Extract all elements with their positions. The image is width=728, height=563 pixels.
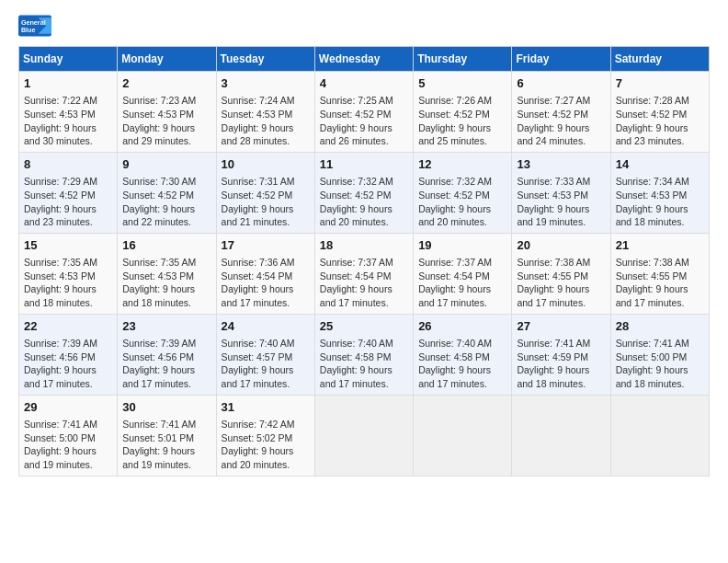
day-number: 25 <box>320 318 408 335</box>
calendar-day: 31Sunrise: 7:42 AM Sunset: 5:02 PM Dayli… <box>216 395 314 476</box>
day-header-sunday: Sunday <box>19 47 118 72</box>
day-info: Sunrise: 7:38 AM Sunset: 4:55 PM Dayligh… <box>616 256 704 310</box>
day-number: 21 <box>616 237 704 254</box>
day-number: 15 <box>24 237 112 254</box>
day-number: 7 <box>616 75 704 92</box>
day-info: Sunrise: 7:40 AM Sunset: 4:58 PM Dayligh… <box>418 337 506 391</box>
calendar-week-3: 15Sunrise: 7:35 AM Sunset: 4:53 PM Dayli… <box>19 233 710 314</box>
day-number: 5 <box>418 75 506 92</box>
day-info: Sunrise: 7:22 AM Sunset: 4:53 PM Dayligh… <box>24 94 112 148</box>
day-info: Sunrise: 7:23 AM Sunset: 4:53 PM Dayligh… <box>122 94 210 148</box>
calendar-day: 13Sunrise: 7:33 AM Sunset: 4:53 PM Dayli… <box>512 152 610 233</box>
day-info: Sunrise: 7:41 AM Sunset: 5:00 PM Dayligh… <box>616 337 704 391</box>
day-number: 28 <box>616 318 704 335</box>
day-header-tuesday: Tuesday <box>216 47 314 72</box>
calendar-week-1: 1Sunrise: 7:22 AM Sunset: 4:53 PM Daylig… <box>19 72 710 153</box>
day-number: 19 <box>418 237 506 254</box>
calendar-day: 25Sunrise: 7:40 AM Sunset: 4:58 PM Dayli… <box>314 314 413 395</box>
calendar-day: 17Sunrise: 7:36 AM Sunset: 4:54 PM Dayli… <box>216 233 314 314</box>
day-info: Sunrise: 7:41 AM Sunset: 5:01 PM Dayligh… <box>122 418 210 472</box>
calendar-day: 3Sunrise: 7:24 AM Sunset: 4:53 PM Daylig… <box>216 72 314 153</box>
day-header-friday: Friday <box>512 47 610 72</box>
day-info: Sunrise: 7:37 AM Sunset: 4:54 PM Dayligh… <box>320 256 408 310</box>
day-info: Sunrise: 7:39 AM Sunset: 4:56 PM Dayligh… <box>24 337 112 391</box>
calendar-day: 4Sunrise: 7:25 AM Sunset: 4:52 PM Daylig… <box>314 72 413 153</box>
day-number: 8 <box>24 156 112 173</box>
calendar-day: 11Sunrise: 7:32 AM Sunset: 4:52 PM Dayli… <box>314 152 413 233</box>
day-number: 10 <box>222 156 310 173</box>
day-info: Sunrise: 7:32 AM Sunset: 4:52 PM Dayligh… <box>320 175 408 229</box>
calendar-week-5: 29Sunrise: 7:41 AM Sunset: 5:00 PM Dayli… <box>19 395 710 476</box>
calendar-day: 6Sunrise: 7:27 AM Sunset: 4:52 PM Daylig… <box>512 72 610 153</box>
day-number: 30 <box>122 399 210 416</box>
calendar-day: 15Sunrise: 7:35 AM Sunset: 4:53 PM Dayli… <box>19 233 118 314</box>
calendar-day <box>610 395 709 476</box>
day-number: 14 <box>616 156 704 173</box>
day-info: Sunrise: 7:32 AM Sunset: 4:52 PM Dayligh… <box>418 175 506 229</box>
day-info: Sunrise: 7:35 AM Sunset: 4:53 PM Dayligh… <box>122 256 210 310</box>
calendar-day: 26Sunrise: 7:40 AM Sunset: 4:58 PM Dayli… <box>414 314 512 395</box>
day-number: 2 <box>122 75 210 92</box>
day-header-wednesday: Wednesday <box>314 47 413 72</box>
day-info: Sunrise: 7:41 AM Sunset: 5:00 PM Dayligh… <box>24 418 112 472</box>
day-number: 26 <box>418 318 506 335</box>
calendar-table: SundayMondayTuesdayWednesdayThursdayFrid… <box>18 46 710 477</box>
day-info: Sunrise: 7:40 AM Sunset: 4:57 PM Dayligh… <box>222 337 310 391</box>
day-number: 31 <box>222 399 310 416</box>
day-info: Sunrise: 7:24 AM Sunset: 4:53 PM Dayligh… <box>222 94 310 148</box>
day-number: 17 <box>222 237 310 254</box>
day-info: Sunrise: 7:34 AM Sunset: 4:53 PM Dayligh… <box>616 175 704 229</box>
calendar-day: 12Sunrise: 7:32 AM Sunset: 4:52 PM Dayli… <box>414 152 512 233</box>
day-number: 6 <box>517 75 605 92</box>
svg-text:General: General <box>21 18 46 27</box>
day-header-saturday: Saturday <box>610 47 709 72</box>
calendar-header-row: SundayMondayTuesdayWednesdayThursdayFrid… <box>19 47 710 72</box>
day-header-thursday: Thursday <box>414 47 512 72</box>
day-info: Sunrise: 7:36 AM Sunset: 4:54 PM Dayligh… <box>222 256 310 310</box>
calendar-day: 7Sunrise: 7:28 AM Sunset: 4:52 PM Daylig… <box>610 72 709 153</box>
day-number: 11 <box>320 156 408 173</box>
day-info: Sunrise: 7:25 AM Sunset: 4:52 PM Dayligh… <box>320 94 408 148</box>
calendar-day: 18Sunrise: 7:37 AM Sunset: 4:54 PM Dayli… <box>314 233 413 314</box>
day-number: 16 <box>122 237 210 254</box>
day-info: Sunrise: 7:26 AM Sunset: 4:52 PM Dayligh… <box>418 94 506 148</box>
day-number: 9 <box>122 156 210 173</box>
calendar-day: 5Sunrise: 7:26 AM Sunset: 4:52 PM Daylig… <box>414 72 512 153</box>
day-info: Sunrise: 7:42 AM Sunset: 5:02 PM Dayligh… <box>222 418 310 472</box>
page-header: General Blue <box>18 15 710 39</box>
logo-icon: General Blue <box>18 15 51 37</box>
day-info: Sunrise: 7:30 AM Sunset: 4:52 PM Dayligh… <box>122 175 210 229</box>
day-number: 12 <box>418 156 506 173</box>
day-info: Sunrise: 7:40 AM Sunset: 4:58 PM Dayligh… <box>320 337 408 391</box>
day-info: Sunrise: 7:31 AM Sunset: 4:52 PM Dayligh… <box>222 175 310 229</box>
calendar-day: 30Sunrise: 7:41 AM Sunset: 5:01 PM Dayli… <box>118 395 216 476</box>
day-number: 27 <box>517 318 605 335</box>
calendar-day: 9Sunrise: 7:30 AM Sunset: 4:52 PM Daylig… <box>118 152 216 233</box>
day-number: 4 <box>320 75 408 92</box>
calendar-day: 14Sunrise: 7:34 AM Sunset: 4:53 PM Dayli… <box>610 152 709 233</box>
logo: General Blue <box>18 15 51 39</box>
day-info: Sunrise: 7:38 AM Sunset: 4:55 PM Dayligh… <box>517 256 605 310</box>
day-info: Sunrise: 7:33 AM Sunset: 4:53 PM Dayligh… <box>517 175 605 229</box>
day-number: 24 <box>222 318 310 335</box>
calendar-day: 27Sunrise: 7:41 AM Sunset: 4:59 PM Dayli… <box>512 314 610 395</box>
calendar-day: 16Sunrise: 7:35 AM Sunset: 4:53 PM Dayli… <box>118 233 216 314</box>
calendar-day: 19Sunrise: 7:37 AM Sunset: 4:54 PM Dayli… <box>414 233 512 314</box>
calendar-day: 2Sunrise: 7:23 AM Sunset: 4:53 PM Daylig… <box>118 72 216 153</box>
calendar-day <box>314 395 413 476</box>
day-info: Sunrise: 7:27 AM Sunset: 4:52 PM Dayligh… <box>517 94 605 148</box>
calendar-day: 22Sunrise: 7:39 AM Sunset: 4:56 PM Dayli… <box>19 314 118 395</box>
day-number: 22 <box>24 318 112 335</box>
day-number: 3 <box>222 75 310 92</box>
calendar-day <box>414 395 512 476</box>
calendar-day: 10Sunrise: 7:31 AM Sunset: 4:52 PM Dayli… <box>216 152 314 233</box>
day-number: 13 <box>517 156 605 173</box>
calendar-week-4: 22Sunrise: 7:39 AM Sunset: 4:56 PM Dayli… <box>19 314 710 395</box>
day-number: 1 <box>24 75 112 92</box>
day-info: Sunrise: 7:41 AM Sunset: 4:59 PM Dayligh… <box>517 337 605 391</box>
calendar-day: 21Sunrise: 7:38 AM Sunset: 4:55 PM Dayli… <box>610 233 709 314</box>
calendar-day: 8Sunrise: 7:29 AM Sunset: 4:52 PM Daylig… <box>19 152 118 233</box>
day-header-monday: Monday <box>118 47 216 72</box>
day-info: Sunrise: 7:28 AM Sunset: 4:52 PM Dayligh… <box>616 94 704 148</box>
calendar-day: 24Sunrise: 7:40 AM Sunset: 4:57 PM Dayli… <box>216 314 314 395</box>
